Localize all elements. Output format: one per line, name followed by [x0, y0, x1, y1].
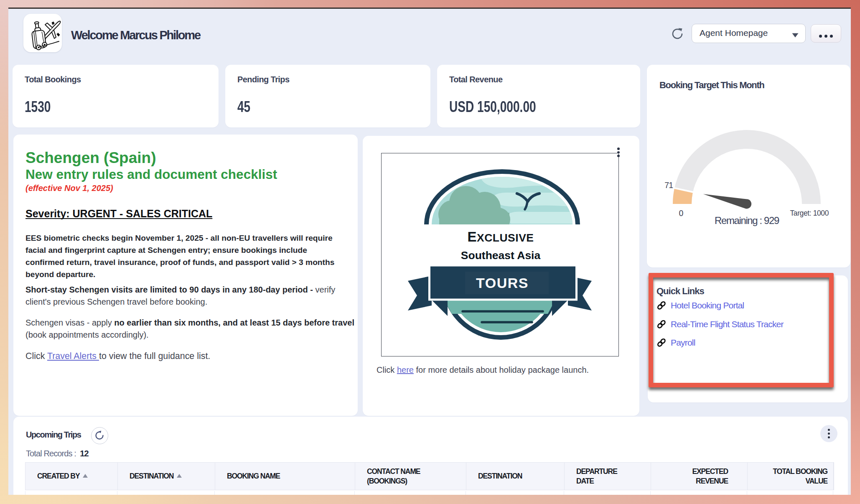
svg-text:EXCLUSIVE: EXCLUSIVE	[467, 229, 534, 244]
svg-text:TOURS: TOURS	[476, 275, 529, 291]
svg-text:71: 71	[664, 181, 673, 190]
svg-text:Southeast Asia: Southeast Asia	[461, 249, 541, 262]
svg-text:Remaining : 929: Remaining : 929	[715, 215, 779, 226]
svg-text:0: 0	[679, 209, 684, 218]
svg-text:Target: 1000: Target: 1000	[790, 209, 829, 217]
